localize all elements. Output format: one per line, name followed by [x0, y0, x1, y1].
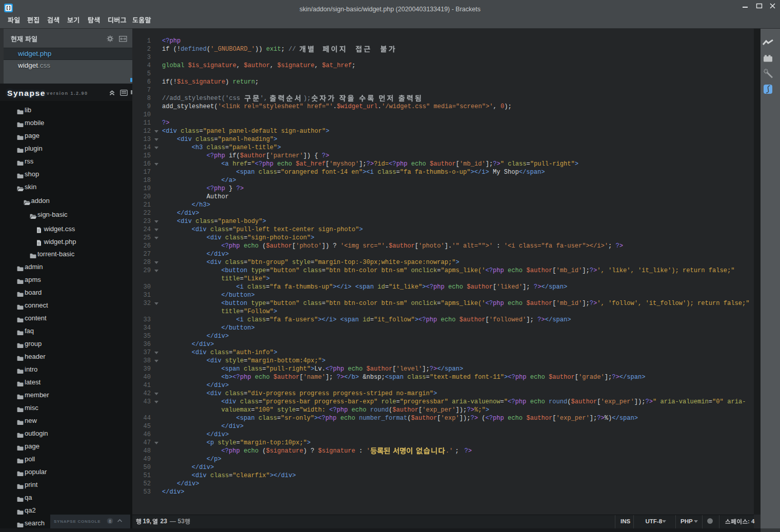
svg-text:8: 8: [109, 519, 111, 524]
